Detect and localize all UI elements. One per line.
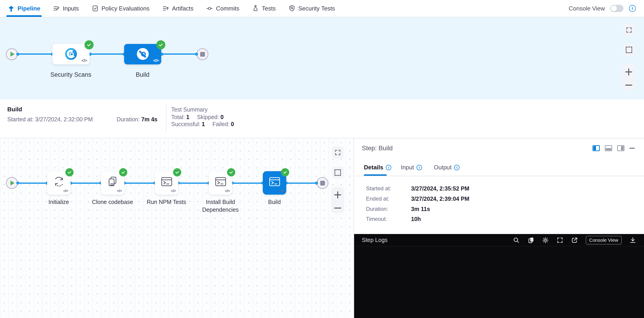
details-info-icon[interactable]: i (386, 165, 391, 170)
success-badge-icon (119, 168, 127, 176)
tab-policy-evaluations[interactable]: Policy Evaluations (92, 0, 150, 17)
tab-label: Output (434, 164, 452, 171)
tab-label: Input (401, 164, 414, 171)
download-icon[interactable] (630, 237, 636, 244)
tab-output[interactable]: Output i (434, 164, 460, 171)
stage-label: Security Scans (50, 71, 91, 78)
policy-check-icon (92, 5, 98, 12)
test-summary-row-2: Successful:1 Failed:0 (171, 121, 240, 127)
detail-value: 3/27/2024, 2:35:52 PM (411, 185, 469, 192)
step-card-build[interactable]: </> (263, 171, 286, 195)
step-canvas-fullscreen-button[interactable] (332, 147, 344, 158)
stage-card-security-scans[interactable]: </> (52, 44, 90, 64)
detail-row-ended-at: Ended at: 3/27/2024, 2:39:04 PM (366, 196, 469, 202)
tab-label: Artifacts (172, 5, 194, 12)
tab-inputs[interactable]: Inputs (53, 0, 79, 17)
stage-canvas-marquee-button[interactable] (623, 44, 635, 56)
terminal-icon (268, 175, 281, 188)
step-card-run-npm-tests[interactable]: </> (155, 171, 178, 195)
tabs-divider (354, 176, 644, 176)
step-logs-title: Step Logs (362, 237, 388, 243)
logs-toolbar: Console View (513, 236, 636, 245)
step-label: Build (248, 198, 300, 206)
yaml-code-icon: </> (225, 189, 230, 193)
detail-row-started-at: Started at: 3/27/2024, 2:35:52 PM (366, 185, 469, 192)
log-line: 18327 info 3/27/2024, 2:38:59 PM [18:38:… (354, 261, 644, 269)
success-badge-icon (84, 40, 94, 49)
yaml-code-icon: </> (171, 189, 176, 193)
minimize-panel-icon[interactable] (630, 148, 635, 149)
detail-label: Ended at: (366, 196, 411, 202)
output-info-icon[interactable]: i (454, 165, 460, 170)
console-view-button[interactable]: Console View (586, 236, 622, 245)
fullscreen-icon[interactable] (556, 237, 564, 244)
tab-input[interactable]: Input i (401, 164, 422, 171)
zoom-out-button[interactable] (625, 85, 632, 86)
step-card-initialize[interactable]: </> (47, 171, 70, 195)
stage-start-node (6, 177, 18, 189)
step-card-install-build-dependencies[interactable]: </> (209, 171, 232, 195)
test-summary-title: Test Summary (171, 106, 208, 113)
open-in-new-icon[interactable] (571, 237, 578, 244)
console-view-toggle[interactable] (610, 5, 624, 12)
artifacts-icon (162, 5, 169, 12)
step-card-clone-codebase[interactable]: </> (101, 171, 124, 195)
detail-value: 3/27/2024, 2:39:04 PM (411, 196, 469, 202)
pipeline-end-node (196, 48, 208, 60)
step-canvas-zoom-panel (331, 187, 344, 213)
nav-right: Console View i (568, 0, 644, 17)
tab-label: Pipeline (18, 5, 40, 12)
step-label: Clone codebase (86, 198, 139, 206)
input-info-icon[interactable]: i (416, 165, 422, 170)
terminal-icon (214, 175, 227, 188)
tab-security-tests[interactable]: Security Tests (288, 0, 335, 17)
log-line: 18331 info 3/27/2024, 2:38:59 PM [18:38:… (354, 294, 644, 303)
search-icon[interactable] (513, 237, 520, 244)
step-label: Run NPM Tests (140, 198, 193, 206)
detail-value: 10h (411, 216, 421, 222)
step-canvas-marquee-button[interactable] (332, 167, 344, 178)
layout-bottom-view-icon[interactable] (605, 145, 612, 151)
marquee-icon (334, 169, 341, 176)
detail-label: Duration: (366, 206, 411, 212)
connector-dot (16, 182, 19, 185)
step-panel-tabs: Details i Input i Output i (354, 162, 644, 176)
info-icon[interactable]: i (629, 5, 636, 12)
zoom-in-button[interactable] (625, 68, 632, 75)
clone-codebase-icon (106, 175, 119, 188)
logs-body: 18326 info 3/27/2024, 2:38:59 PM [18:38:… (354, 247, 644, 318)
marquee-icon (626, 47, 632, 53)
stage-graph-canvas[interactable]: </> Security Scans </> Build (0, 17, 644, 99)
play-icon (10, 181, 14, 186)
panel-layout-controls (592, 145, 635, 151)
tab-pipeline[interactable]: Pipeline (8, 0, 40, 17)
zoom-in-button[interactable] (334, 191, 341, 198)
terminal-icon (160, 175, 173, 188)
shield-search-icon (288, 5, 295, 12)
settings-gear-icon[interactable] (542, 237, 549, 244)
step-graph-canvas[interactable]: </> Initialize </> Clone codebase </> Ru… (0, 138, 354, 318)
tab-label: Security Tests (298, 5, 335, 12)
connector-dot (315, 182, 318, 185)
yaml-code-icon: </> (279, 189, 284, 193)
step-details-panel: Step: Build Details i Input i Output i S… (354, 138, 644, 318)
success-badge-icon (281, 168, 289, 176)
tab-tests[interactable]: Tests (252, 0, 276, 17)
log-line: 18330 info 3/27/2024, 2:38:59 PM [18:38:… (354, 286, 644, 294)
stage-canvas-fullscreen-button[interactable] (623, 24, 635, 36)
stop-icon (320, 181, 325, 186)
success-badge-icon (65, 168, 74, 176)
tab-details[interactable]: Details i (364, 164, 391, 171)
stage-card-build[interactable]: </> (124, 44, 161, 64)
started-at: Started at: 3/27/2024, 2:32:00 PM (7, 116, 93, 123)
layout-split-view-icon[interactable] (592, 145, 600, 151)
step-logs-header: Step Logs (354, 234, 644, 246)
tab-artifacts[interactable]: Artifacts (162, 0, 194, 17)
zoom-out-button[interactable] (334, 208, 341, 209)
log-line: 18329 info 3/27/2024, 2:38:59 PM [18:38:… (354, 278, 644, 286)
tab-commits[interactable]: Commits (206, 0, 239, 17)
connector-dot (16, 53, 19, 56)
layout-right-view-icon[interactable] (617, 145, 624, 151)
copy-icon[interactable] (528, 237, 534, 244)
duration: Duration: 7m 4s (116, 116, 157, 123)
